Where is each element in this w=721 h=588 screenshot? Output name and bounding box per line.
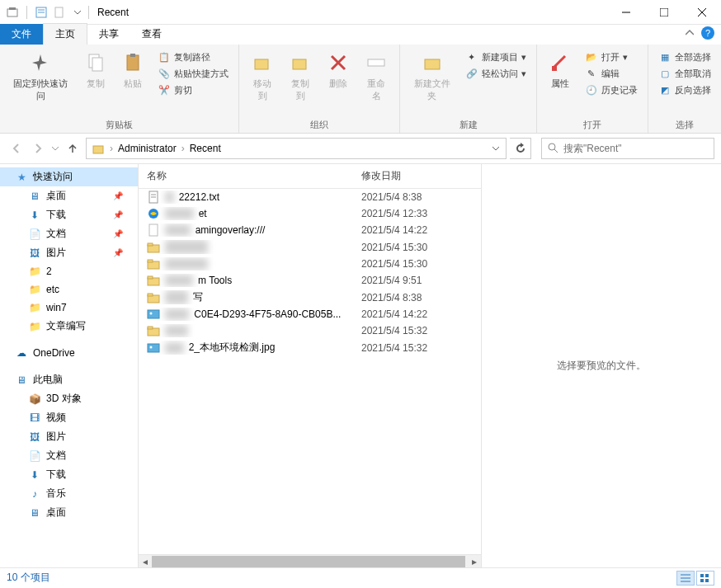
cut-button[interactable]: ✂️剪切 [156, 82, 230, 97]
nav-videos[interactable]: 🎞视频 [0, 408, 138, 427]
nav-downloads[interactable]: ⬇下载📌 [0, 205, 138, 224]
nav-folder-win7[interactable]: 📁win7 [0, 299, 138, 317]
nav-music[interactable]: ♪音乐 [0, 484, 138, 503]
nav-folder-etc[interactable]: 📁etc [0, 280, 138, 299]
nav-pictures[interactable]: 🖼图片📌 [0, 243, 138, 262]
nav-folder-article[interactable]: 📁文章编写 [0, 317, 138, 336]
file-row[interactable]: xxxxxxxx2021/5/4 15:30 [139, 256, 481, 272]
open-button[interactable]: 📂打开 ▾ [583, 49, 639, 64]
nav-up-button[interactable] [63, 139, 82, 158]
scroll-thumb[interactable] [152, 556, 465, 567]
file-row[interactable]: xx02_本地环境检测.jpg2021/5/4 15:32 [139, 339, 481, 356]
nav-this-pc[interactable]: 🖥此电脑 [0, 370, 138, 389]
file-row[interactable]: System Tools2021/5/4 9:51 [139, 272, 481, 289]
column-name[interactable]: 名称 [139, 164, 353, 188]
nav-forward-button[interactable] [28, 139, 48, 158]
star-icon: ★ [15, 171, 28, 184]
nav-downloads2[interactable]: ⬇下载 [0, 465, 138, 484]
delete-button[interactable]: 删除 [321, 48, 356, 92]
nav-onedrive[interactable]: ☁OneDrive [0, 344, 138, 362]
tab-file[interactable]: 文件 [0, 24, 43, 45]
nav-folder-2[interactable]: 📁2 [0, 262, 138, 280]
file-row[interactable]: Internet2021/5/4 12:33 [139, 205, 481, 222]
copy-button[interactable]: 复制 [78, 48, 114, 92]
file-name-hidden: Syste [165, 275, 193, 286]
search-box[interactable] [541, 138, 714, 159]
tab-share[interactable]: 共享 [87, 24, 130, 45]
maximize-button[interactable] [645, 0, 683, 25]
navigation-pane[interactable]: ★快速访问 🖥桌面📌 ⬇下载📌 📄文档📌 🖼图片📌 📁2 📁etc 📁win7 … [0, 164, 139, 567]
group-organize-label: 组织 [244, 117, 394, 131]
paste-shortcut-button[interactable]: 📎粘贴快捷方式 [156, 66, 230, 81]
select-none-button[interactable]: ▢全部取消 [657, 66, 713, 81]
invert-selection-button[interactable]: ◩反向选择 [657, 82, 713, 97]
svg-rect-30 [148, 243, 153, 246]
qat-new-icon[interactable] [52, 5, 67, 20]
nav-quick-access[interactable]: ★快速访问 [0, 167, 138, 186]
file-name-visible: 2_本地环境检测.jpg [189, 341, 276, 355]
search-input[interactable] [563, 143, 709, 154]
qat-dropdown-icon[interactable] [70, 5, 85, 20]
nav-pictures2[interactable]: 🖼图片 [0, 427, 138, 446]
nav-documents2[interactable]: 📄文档 [0, 446, 138, 465]
open-icon: 📂 [585, 50, 598, 64]
column-date[interactable]: 修改日期 [353, 164, 481, 188]
help-icon[interactable]: ? [701, 26, 714, 40]
properties-button[interactable]: 属性 [542, 48, 578, 92]
address-bar[interactable]: › Administrator › Recent [86, 138, 507, 159]
minimize-button[interactable] [607, 0, 645, 25]
nav-documents[interactable]: 📄文档📌 [0, 224, 138, 243]
svg-rect-1 [9, 7, 16, 10]
history-button[interactable]: 🕘历史记录 [583, 82, 639, 97]
file-name-hidden: 系统文件 [165, 240, 208, 254]
newitem-icon: ✦ [465, 50, 478, 64]
nav-desktop[interactable]: 🖥桌面📌 [0, 186, 138, 205]
file-row[interactable]: xxxx2021/5/4 15:32 [139, 322, 481, 339]
view-details-button[interactable] [676, 571, 695, 586]
tab-home[interactable]: 主页 [43, 23, 87, 45]
scroll-left-icon[interactable]: ◂ [139, 555, 152, 567]
close-button[interactable] [683, 0, 721, 25]
file-row[interactable]: 系统文件2021/5/4 15:30 [139, 238, 481, 256]
svg-rect-14 [255, 59, 268, 69]
scroll-right-icon[interactable]: ▸ [468, 555, 481, 567]
file-row[interactable]: 填写写2021/5/4 8:38 [139, 289, 481, 306]
file-row[interactable]: 122212.txt2021/5/4 8:38 [139, 189, 481, 205]
new-folder-button[interactable]: 新建文件夹 [405, 48, 459, 104]
pin-quickaccess-button[interactable]: 固定到快速访问 [5, 48, 77, 104]
select-all-button[interactable]: ▦全部选择 [657, 49, 713, 64]
group-open-label: 打开 [542, 117, 643, 131]
file-row[interactable]: ms-gamingoverlay:///2021/5/4 14:22 [139, 222, 481, 238]
nav-desktop2[interactable]: 🖥桌面 [0, 503, 138, 522]
horizontal-scrollbar[interactable]: ◂ ▸ [139, 554, 481, 567]
paste-button[interactable]: 粘贴 [115, 48, 151, 92]
refresh-button[interactable] [510, 138, 531, 159]
nav-recent-dropdown[interactable] [49, 139, 61, 158]
nav-3d-objects[interactable]: 📦3D 对象 [0, 389, 138, 408]
edit-button[interactable]: ✎编辑 [583, 66, 639, 81]
svg-rect-18 [368, 59, 384, 66]
copy-to-button[interactable]: 复制到 [282, 48, 318, 104]
new-item-button[interactable]: ✦新建项目 ▾ [464, 49, 528, 64]
pin-indicator-icon: 📌 [113, 210, 123, 219]
collapse-ribbon-icon[interactable] [683, 26, 696, 40]
file-list[interactable]: 名称 修改日期 122212.txt2021/5/4 8:38Internet2… [139, 164, 482, 567]
qat-properties-icon[interactable] [34, 5, 49, 20]
nav-back-button[interactable] [7, 139, 26, 158]
tab-view[interactable]: 查看 [130, 24, 173, 45]
breadcrumb-root-icon[interactable] [88, 142, 108, 155]
music-icon: ♪ [28, 487, 41, 501]
rename-button[interactable]: 重命名 [358, 48, 394, 104]
breadcrumb-seg1[interactable]: Administrator [115, 143, 180, 154]
address-dropdown-icon[interactable] [488, 145, 504, 152]
move-to-button[interactable]: 移动到 [244, 48, 280, 104]
file-row[interactable]: {8E8C0E4-D293-4F75-8A90-CB05B...2021/5/4… [139, 306, 481, 322]
view-icons-button[interactable] [696, 571, 714, 586]
easy-access-button[interactable]: 🔗轻松访问 ▾ [464, 66, 528, 81]
svg-rect-32 [148, 260, 153, 262]
group-new-label: 新建 [405, 117, 531, 131]
file-name-hidden: Intern [165, 208, 194, 219]
history-icon: 🕘 [585, 83, 598, 96]
copy-path-button[interactable]: 📋复制路径 [156, 49, 230, 64]
breadcrumb-seg2[interactable]: Recent [186, 143, 224, 154]
